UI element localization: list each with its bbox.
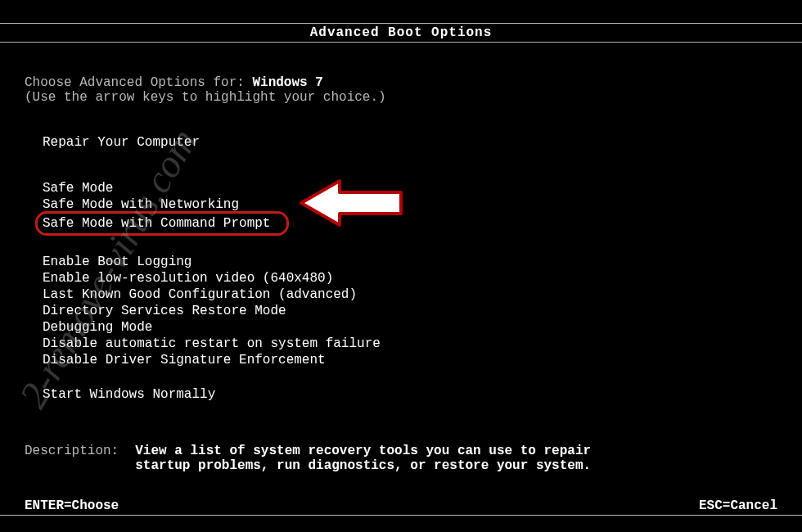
menu-option-label: Safe Mode with Networking (43, 197, 239, 212)
menu-option[interactable]: Repair Your Computer (43, 134, 802, 151)
menu-group: Safe ModeSafe Mode with NetworkingSafe M… (25, 180, 802, 236)
menu-option-label: Enable Boot Logging (43, 255, 191, 269)
os-name: Windows 7 (252, 75, 322, 90)
content-area: Choose Advanced Options for: Windows 7 (… (0, 75, 802, 473)
menu-option-label: Directory Services Restore Mode (43, 304, 286, 318)
menu-option[interactable]: Disable automatic restart on system fail… (43, 336, 802, 352)
menu-option[interactable]: Start Windows Normally (43, 386, 802, 403)
menu-group: Repair Your Computer (25, 134, 802, 151)
menu-group: Enable Boot LoggingEnable low-resolution… (25, 254, 802, 368)
menu-option-label: Debugging Mode (43, 320, 152, 335)
menu-option-label: Repair Your Computer (43, 135, 200, 150)
menu-option[interactable]: Disable Driver Signature Enforcement (43, 352, 802, 368)
menu-option[interactable]: Enable low-resolution video (640x480) (43, 270, 802, 286)
intro-hint: (Use the arrow keys to highlight your ch… (25, 90, 802, 105)
menu-option-label: Start Windows Normally (43, 387, 215, 402)
menu-option-label: Disable automatic restart on system fail… (43, 336, 381, 351)
menu-option[interactable]: Safe Mode (43, 180, 802, 196)
description-label: Description: (25, 444, 119, 473)
menu-option[interactable]: Safe Mode with Command Prompt (43, 213, 802, 236)
menu-group: Start Windows Normally (25, 386, 802, 403)
menu-option[interactable]: Directory Services Restore Mode (43, 303, 802, 319)
intro-prefix: Choose Advanced Options for: (25, 75, 252, 90)
menu-option-label: Safe Mode (43, 181, 113, 196)
menu-option-label: Disable Driver Signature Enforcement (43, 353, 326, 367)
page-title: Advanced Boot Options (310, 25, 493, 40)
menu-option-label: Last Known Good Configuration (advanced) (43, 287, 357, 302)
menu-option[interactable]: Safe Mode with Networking (43, 196, 802, 213)
menu-option[interactable]: Enable Boot Logging (43, 254, 802, 270)
footer-bar: ENTER=Choose ESC=Cancel (0, 498, 802, 516)
footer-enter: ENTER=Choose (25, 498, 119, 513)
intro-block: Choose Advanced Options for: Windows 7 (… (25, 75, 802, 105)
menu-option[interactable]: Debugging Mode (43, 319, 802, 336)
menu-option[interactable]: Last Known Good Configuration (advanced) (43, 286, 802, 303)
description-text: View a list of system recovery tools you… (135, 444, 593, 473)
footer-esc: ESC=Cancel (699, 498, 777, 513)
header-bar: Advanced Boot Options (0, 23, 802, 43)
description-block: Description: View a list of system recov… (25, 444, 802, 473)
menu-option-label: Enable low-resolution video (640x480) (43, 271, 333, 286)
menu-option-label: Safe Mode with Command Prompt (35, 211, 289, 236)
